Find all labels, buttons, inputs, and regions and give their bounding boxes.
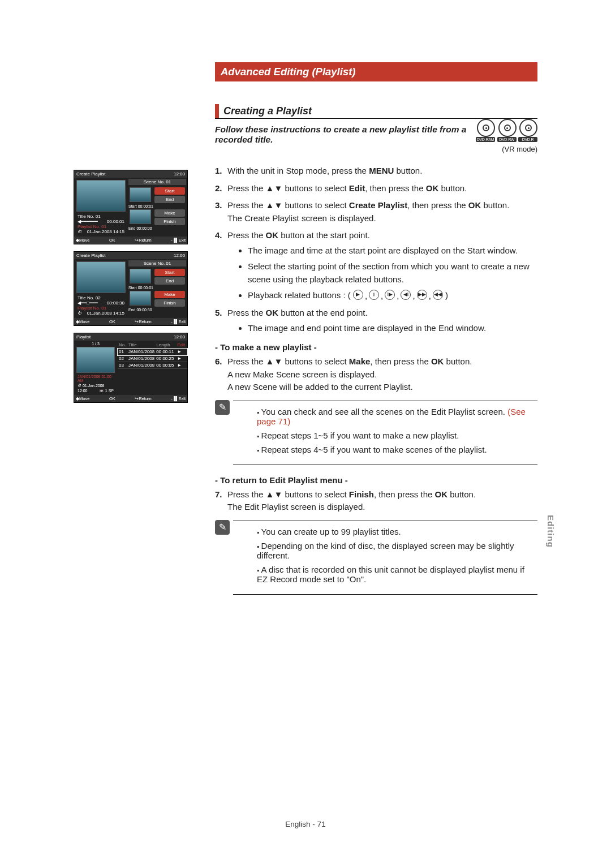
step-7: Press the ▲▼ buttons to select Finish, t…	[215, 488, 537, 514]
mock-elapsed: 00:00:01	[107, 219, 124, 224]
note1-item3: Repeat steps 4~5 if you want to make sce…	[257, 445, 534, 454]
skip-back-icon: ◀◀	[433, 290, 443, 300]
mock-create-playlist-2: Create Playlist 12:00 Title No. 02 ◀━━□━…	[74, 251, 188, 326]
mock-create-playlist-1: Create Playlist 12:00 Title No. 01 ◀━━━━…	[74, 170, 188, 244]
intro-text: Follow these instructions to create a ne…	[215, 124, 487, 145]
mock-title-no: Title No. 01	[78, 214, 101, 219]
subtitle-make: - To make a new playlist -	[215, 342, 537, 352]
note-box-1: ✎ You can check and see all the scenes o…	[233, 401, 537, 465]
steps-list: With the unit in Stop mode, press the ME…	[215, 165, 537, 334]
mock-title: Create Playlist	[76, 171, 106, 177]
skip-fwd-icon: ▶▶	[417, 290, 427, 300]
mock-scene: Scene No. 01	[128, 179, 186, 185]
nav-ok: OK	[109, 238, 115, 243]
step-fwd-icon: I▶	[385, 290, 395, 300]
note1-item1: You can check and see all the scenes on …	[257, 407, 534, 426]
nav-exit: -▐▌Exit	[171, 238, 186, 243]
step-3: Press the ▲▼ buttons to select Create Pl…	[215, 199, 537, 225]
nav-move: ◆Move	[76, 238, 89, 243]
playback-buttons-icons: ▶, ॥, I▶, ◀I, ▶▶, ◀◀	[353, 290, 443, 303]
mock-btn-make: Make	[154, 209, 185, 217]
note2-item2: Depending on the kind of disc, the displ…	[257, 541, 534, 560]
step-4-sub1: The image and time at the start point ar…	[248, 244, 537, 257]
page-footer: English - 71	[0, 820, 611, 828]
note-icon: ✎	[215, 400, 230, 415]
step-4-sub3: Playback related buttons : ( ▶, ॥, I▶, ◀…	[248, 289, 537, 302]
note2-item1: You can create up to 99 playlist titles.	[257, 527, 534, 536]
note-icon: ✎	[215, 520, 230, 535]
pause-icon: ॥	[369, 290, 379, 300]
mock-btn-finish: Finish	[154, 218, 185, 225]
play-icon: ▶	[353, 290, 363, 300]
step-2: Press the ▲▼ buttons to select Edit, the…	[215, 182, 537, 195]
step-6: Press the ▲▼ buttons to select Make, the…	[215, 355, 537, 394]
mock-end-time: End 00:00:00	[128, 226, 186, 230]
note-box-2: ✎ You can create up to 99 playlist title…	[233, 521, 537, 595]
step-back-icon: ◀I	[401, 290, 411, 300]
mock-btn-end: End	[154, 196, 185, 203]
step-5-sub1: The image and end point time are display…	[248, 322, 537, 335]
step-4-sub2: Select the starting point of the section…	[248, 260, 537, 286]
step-1: With the unit in Stop mode, press the ME…	[215, 165, 537, 178]
mock-btn-start: Start	[154, 187, 185, 195]
mock-pl-no: Playlist No. 01	[78, 224, 106, 229]
heading-creating-playlist: Creating a Playlist	[215, 104, 316, 118]
note1-item2: Repeat steps 1~5 if you want to make a n…	[257, 431, 534, 440]
disc-icon	[477, 119, 495, 137]
subtitle-return: - To return to Edit Playlist menu -	[215, 475, 537, 485]
vr-mode-label: (VR mode)	[476, 145, 537, 153]
note2-item3: A disc that is recorded on this unit can…	[257, 565, 534, 584]
mock-playlist-list: Playlist 12:00 1 / 3 JAN/01/2008 01:00 A…	[74, 333, 188, 403]
mock-clock: 12:00	[174, 171, 185, 177]
side-tab-editing: Editing	[546, 515, 556, 548]
disc-icon	[498, 119, 517, 137]
figures-sidebar: Create Playlist 12:00 Title No. 01 ◀━━━━…	[74, 62, 192, 410]
mock-start-time: Start 00:00:01	[128, 204, 186, 208]
step-4: Press the OK button at the start point. …	[215, 229, 537, 302]
disc-compat: DVD-RAM DVD-RW DVD-R (VR mode)	[476, 119, 537, 153]
disc-icon	[519, 119, 537, 137]
mock-tinfo: JAN/01/2008 01:00 AM	[75, 374, 116, 383]
mock-date: 01.Jan.2008 14:15	[87, 229, 124, 234]
step-5: Press the OK button at the end point. Th…	[215, 307, 537, 334]
section-banner: Advanced Editing (Playlist)	[215, 62, 537, 81]
nav-return: ↪Return	[135, 238, 152, 243]
